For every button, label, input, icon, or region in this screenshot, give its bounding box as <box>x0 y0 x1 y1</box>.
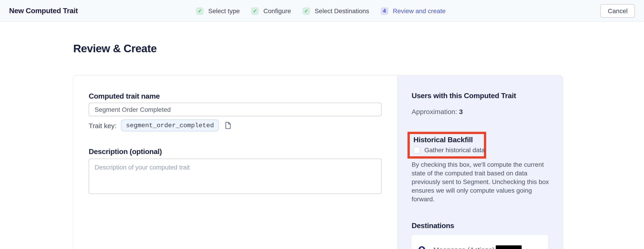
page-title: Review & Create <box>73 42 157 55</box>
users-heading: Users with this Computed Trait <box>412 92 548 100</box>
gather-historical-data-row: Gather historical data <box>414 146 480 154</box>
moengage-logo-icon <box>418 246 425 249</box>
checkbox-label: Gather historical data <box>424 146 485 154</box>
step-label: Review and create <box>393 7 446 14</box>
step-label: Select Destinations <box>315 7 369 14</box>
destination-name: Moengage (Actions) <box>434 246 494 249</box>
step-label: Configure <box>263 7 291 14</box>
approximation-value: 3 <box>459 108 463 115</box>
step-label: Select type <box>208 7 240 14</box>
annotation-highlight-box: Historical Backfill Gather historical da… <box>408 132 486 159</box>
trait-key-row: Trait key: segment_order_completed <box>89 119 382 131</box>
historical-backfill-heading: Historical Backfill <box>414 136 480 144</box>
trait-name-label: Computed trait name <box>89 92 382 100</box>
new-computed-trait-page: New Computed Trait ✓ Select type ✓ Confi… <box>0 0 644 249</box>
description-label: Description (optional) <box>89 148 382 156</box>
review-container: Computed trait name Trait key: segment_o… <box>73 75 563 249</box>
step-configure[interactable]: ✓ Configure <box>251 7 291 15</box>
step-select-destinations[interactable]: ✓ Select Destinations <box>302 7 369 15</box>
wizard-stepper: ✓ Select type ✓ Configure ✓ Select Desti… <box>196 0 446 22</box>
trait-name-input[interactable] <box>89 103 382 116</box>
check-icon: ✓ <box>196 7 204 15</box>
window-title: New Computed Trait <box>9 6 78 15</box>
header-bar: New Computed Trait ✓ Select type ✓ Confi… <box>0 0 644 22</box>
step-number-badge: 4 <box>380 7 388 15</box>
step-review-and-create[interactable]: 4 Review and create <box>380 7 446 15</box>
backfill-description: By checking this box, we'll compute the … <box>412 160 549 204</box>
form-column: Computed trait name Trait key: segment_o… <box>73 75 397 249</box>
step-select-type[interactable]: ✓ Select type <box>196 7 240 15</box>
trait-key-value: segment_order_completed <box>121 119 219 131</box>
copy-document-icon[interactable] <box>225 122 231 129</box>
description-textarea[interactable] <box>89 159 382 194</box>
approximation-row: Approximation: 3 <box>412 108 548 115</box>
destination-list-item[interactable]: Moengage (Actions) <box>412 235 548 249</box>
destinations-heading: Destinations <box>412 222 548 230</box>
gather-historical-data-checkbox[interactable] <box>414 147 420 153</box>
trait-key-label: Trait key: <box>89 122 116 129</box>
approximation-label: Approximation: <box>412 108 457 115</box>
cancel-button[interactable]: Cancel <box>600 4 635 17</box>
summary-panel: Users with this Computed Trait Approxima… <box>397 75 562 249</box>
redacted-text-block <box>496 245 522 249</box>
check-icon: ✓ <box>251 7 259 15</box>
check-icon: ✓ <box>302 7 310 15</box>
